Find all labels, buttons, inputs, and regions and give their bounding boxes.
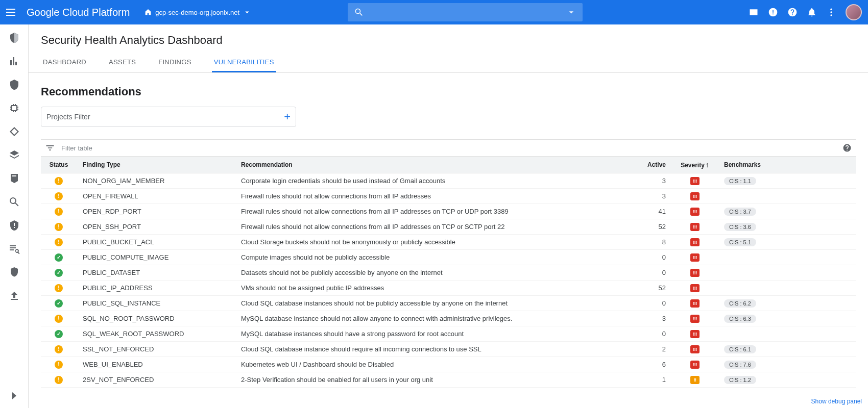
table-row[interactable]: PUBLIC_COMPUTE_IMAGECompute images shoul… bbox=[41, 250, 856, 265]
severity-critical-icon bbox=[690, 330, 700, 338]
status-warning-icon bbox=[55, 208, 63, 216]
table-row[interactable]: PUBLIC_BUCKET_ACLCloud Storage buckets s… bbox=[41, 235, 856, 250]
diamond-nav-icon[interactable] bbox=[8, 125, 20, 138]
status-ok-icon bbox=[55, 330, 63, 338]
table-row[interactable]: 2SV_NOT_ENFORCED2-Step Verification shou… bbox=[41, 372, 856, 388]
more-icon[interactable] bbox=[826, 7, 836, 17]
tab-assets[interactable]: ASSETS bbox=[107, 53, 138, 72]
benchmark-cell: CIS : 6.1 bbox=[718, 342, 856, 357]
badge-nav-icon[interactable] bbox=[8, 172, 20, 185]
active-count: 3 bbox=[636, 311, 672, 326]
severity-critical-icon bbox=[690, 284, 700, 292]
security-shield-icon[interactable] bbox=[8, 32, 20, 44]
table-row[interactable]: PUBLIC_SQL_INSTANCECloud SQL database in… bbox=[41, 296, 856, 311]
show-debug-panel-link[interactable]: Show debug panel bbox=[811, 398, 862, 405]
table-row[interactable]: OPEN_SSH_PORTFirewall rules should not a… bbox=[41, 219, 856, 235]
main-content: Security Health Analytics Dashboard DASH… bbox=[29, 24, 868, 408]
user-avatar[interactable] bbox=[846, 4, 862, 20]
recommendation-text: Cloud Storage buckets should not be anon… bbox=[235, 235, 636, 250]
benchmark-cell bbox=[718, 280, 856, 296]
help-icon[interactable] bbox=[787, 7, 798, 17]
layers-nav-icon[interactable] bbox=[8, 149, 20, 161]
svg-point-2 bbox=[830, 14, 832, 16]
active-count: 0 bbox=[636, 265, 672, 280]
search-dropdown-icon[interactable] bbox=[566, 7, 576, 17]
recommendation-text: MySQL database instance should not allow… bbox=[235, 311, 636, 326]
dashboard-nav-icon[interactable] bbox=[8, 55, 20, 67]
left-nav bbox=[0, 24, 29, 408]
benchmark-cell: CIS : 7.6 bbox=[718, 357, 856, 372]
col-benchmarks[interactable]: Benchmarks bbox=[718, 157, 856, 173]
benchmark-chip: CIS : 1.2 bbox=[724, 376, 756, 384]
table-row[interactable]: OPEN_RDP_PORTFirewall rules should not a… bbox=[41, 204, 856, 219]
recommendations-table: Status Finding Type Recommendation Activ… bbox=[41, 157, 856, 388]
active-count: 1 bbox=[636, 372, 672, 388]
col-recommendation[interactable]: Recommendation bbox=[235, 157, 636, 173]
notifications-icon[interactable] bbox=[807, 7, 817, 17]
search-nav-icon[interactable] bbox=[8, 196, 20, 208]
filter-list-icon[interactable] bbox=[45, 143, 55, 153]
shield-small-nav-icon[interactable] bbox=[8, 266, 20, 278]
col-severity[interactable]: Severity↑ bbox=[672, 157, 718, 173]
table-row[interactable]: NON_ORG_IAM_MEMBERCorporate login creden… bbox=[41, 173, 856, 189]
project-selector[interactable]: gcp-sec-demo-org.joonix.net bbox=[140, 6, 256, 19]
add-filter-icon[interactable]: + bbox=[284, 110, 291, 123]
status-warning-icon bbox=[55, 192, 63, 200]
list-search-nav-icon[interactable] bbox=[8, 243, 20, 255]
table-row[interactable]: SSL_NOT_ENFORCEDCloud SQL database insta… bbox=[41, 342, 856, 357]
table-filter-placeholder[interactable]: Filter table bbox=[61, 144, 92, 152]
severity-critical-icon bbox=[690, 238, 700, 246]
search-icon bbox=[354, 7, 364, 17]
tab-vulnerabilities[interactable]: VULNERABILITIES bbox=[212, 53, 276, 72]
finding-type: 2SV_NOT_ENFORCED bbox=[77, 372, 235, 388]
search-bar[interactable] bbox=[348, 3, 583, 21]
org-icon bbox=[144, 8, 152, 16]
col-status[interactable]: Status bbox=[41, 157, 77, 173]
chip-nav-icon[interactable] bbox=[8, 102, 20, 114]
status-warning-icon bbox=[55, 284, 63, 292]
projects-filter[interactable]: Projects Filter + bbox=[41, 107, 296, 127]
projects-filter-placeholder: Projects Filter bbox=[46, 113, 284, 121]
severity-high-icon bbox=[690, 376, 700, 384]
table-row[interactable]: OPEN_FIREWALLFirewall rules should not a… bbox=[41, 189, 856, 204]
benchmark-cell: CIS : 6.2 bbox=[718, 296, 856, 311]
severity-critical-icon bbox=[690, 361, 700, 369]
status-warning-icon bbox=[55, 345, 63, 353]
benchmark-chip: CIS : 1.1 bbox=[724, 177, 756, 185]
finding-type: PUBLIC_COMPUTE_IMAGE bbox=[77, 250, 235, 265]
status-warning-icon bbox=[55, 177, 63, 185]
recommendation-text: Cloud SQL database instances should not … bbox=[235, 296, 636, 311]
col-active[interactable]: Active bbox=[636, 157, 672, 173]
cloud-shell-icon[interactable] bbox=[749, 7, 759, 17]
feedback-icon[interactable] bbox=[768, 7, 778, 17]
severity-critical-icon bbox=[690, 269, 700, 277]
table-row[interactable]: SQL_NO_ROOT_PASSWORDMySQL database insta… bbox=[41, 311, 856, 326]
tab-findings[interactable]: FINDINGS bbox=[156, 53, 194, 72]
benchmark-cell: CIS : 3.7 bbox=[718, 204, 856, 219]
active-count: 6 bbox=[636, 357, 672, 372]
active-count: 2 bbox=[636, 342, 672, 357]
platform-logo[interactable]: Google Cloud Platform bbox=[27, 7, 130, 18]
expand-nav-icon[interactable] bbox=[8, 390, 20, 402]
col-finding[interactable]: Finding Type bbox=[77, 157, 235, 173]
recommendation-text: Cloud SQL database instance should requi… bbox=[235, 342, 636, 357]
table-row[interactable]: PUBLIC_IP_ADDRESSVMs should not be assig… bbox=[41, 280, 856, 296]
svg-point-1 bbox=[830, 11, 832, 13]
page-title: Security Health Analytics Dashboard bbox=[29, 24, 868, 53]
table-row[interactable]: SQL_WEAK_ROOT_PASSWORDMySQL database ins… bbox=[41, 326, 856, 342]
benchmark-cell: CIS : 3.6 bbox=[718, 219, 856, 235]
menu-icon[interactable] bbox=[6, 6, 18, 18]
status-warning-icon bbox=[55, 361, 63, 369]
active-count: 0 bbox=[636, 250, 672, 265]
table-row[interactable]: PUBLIC_DATASETDatasets should not be pub… bbox=[41, 265, 856, 280]
recommendation-text: Kubernetes web UI / Dashboard should be … bbox=[235, 357, 636, 372]
policy-nav-icon[interactable] bbox=[8, 219, 20, 232]
status-ok-icon bbox=[55, 299, 63, 308]
tab-dashboard[interactable]: DASHBOARD bbox=[41, 53, 88, 72]
severity-critical-icon bbox=[690, 208, 700, 216]
help-table-icon[interactable] bbox=[842, 143, 852, 152]
export-nav-icon[interactable] bbox=[8, 290, 20, 302]
shield-nav-icon[interactable] bbox=[8, 79, 20, 91]
table-filter-row: Filter table bbox=[41, 139, 856, 157]
table-row[interactable]: WEB_UI_ENABLEDKubernetes web UI / Dashbo… bbox=[41, 357, 856, 372]
